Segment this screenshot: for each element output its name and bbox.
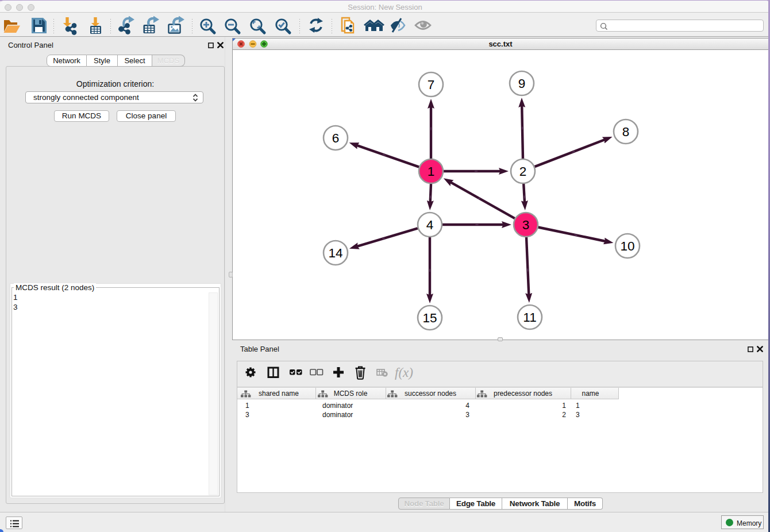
svg-text:9: 9 [518, 76, 526, 91]
svg-text:6: 6 [332, 131, 340, 145]
svg-text:14: 14 [328, 246, 342, 260]
svg-text:11: 11 [523, 310, 536, 325]
svg-text:7: 7 [428, 78, 435, 92]
svg-text:3: 3 [522, 218, 530, 232]
svg-text:15: 15 [422, 311, 437, 325]
svg-text:4: 4 [426, 218, 434, 232]
svg-text:2: 2 [519, 164, 527, 179]
svg-text:1: 1 [428, 164, 435, 179]
svg-text:10: 10 [620, 239, 634, 253]
svg-text:f(x): f(x) [395, 365, 413, 380]
svg-text:8: 8 [622, 125, 630, 139]
